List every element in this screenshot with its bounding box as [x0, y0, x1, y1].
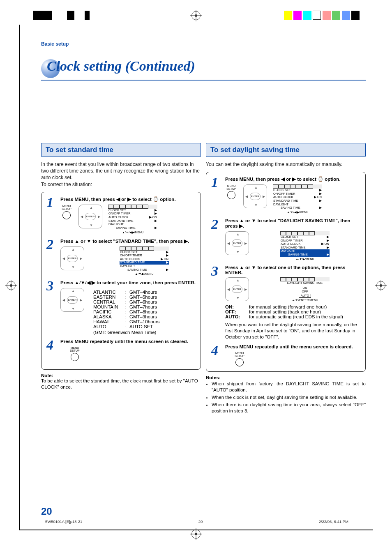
title-text: Clock setting (Continued): [47, 58, 195, 74]
remote-dpad-icon: ENTER ▲ ▼ ◀ ▶: [60, 246, 84, 270]
list-item: When shipped from factory, the DAYLIGHT …: [212, 381, 366, 393]
footer-date: 2/22/06, 6:41 PM: [319, 519, 348, 524]
footer-page: 20: [198, 519, 203, 524]
timezone-list: ATLANTIC:GMT–4hours EASTERN:GMT–5hours C…: [93, 290, 160, 335]
breadcrumb: Basic setup: [41, 41, 366, 47]
menu-button-icon: MENU SETUP: [60, 205, 73, 219]
remote-dpad-icon: ENTER ▲ ▼ ◀ ▶: [78, 205, 102, 228]
intro-standard-time: In the rare event that you live within b…: [41, 161, 201, 188]
step-4: 4 Press MENU repeatedly until the menu s…: [46, 339, 196, 361]
footer-file: 5W50101A [E]p18-21: [45, 519, 82, 524]
step-1: 1 Press MENU, then press ◀ or ▶ to selec…: [211, 176, 361, 214]
printer-marks-top: [0, 10, 392, 21]
step-2: 2 Press ▲ or ▼ to select "DAYLIGHT SAVIN…: [211, 218, 361, 261]
osd-menu-1: CLOCK SET▶ ON/OFF TIMER▶ AUTO CLOCK▶ ON …: [108, 205, 157, 234]
remote-dpad-icon: ENTER ▲ ▼ ◀ ▶: [60, 288, 84, 312]
steps-standard-time: 1 Press MENU, then press ◀ or ▶ to selec…: [41, 192, 201, 370]
print-footer: 5W50101A [E]p18-21 20 2/22/06, 6:41 PM: [45, 519, 348, 524]
remote-dpad-icon: ENTER ▲ ▼ ◀ ▶: [225, 231, 249, 255]
scan-page: Basic setup Clock setting (Continued) To…: [0, 0, 392, 555]
clock-icon: ⌚: [153, 197, 159, 202]
notes-list: When shipped from factory, the DAYLIGHT …: [206, 381, 366, 414]
menu-button-icon: MENU SETUP: [69, 346, 81, 361]
col-standard-time: To set standard time In the rare event t…: [41, 143, 201, 415]
list-item: When the clock is not set, daylight savi…: [212, 394, 366, 401]
printer-marks-bottom: [0, 530, 392, 539]
osd-menu-3r: DAYLIGHT SAVING TIME ON OFF AUTO ▲/▼/ENT…: [280, 277, 330, 302]
note-body: To be able to select the standard time, …: [41, 378, 201, 390]
heading-standard-time: To set standard time: [41, 143, 201, 157]
col-dst: To set daylight saving time You can set …: [206, 143, 366, 415]
step-3: 3 Press ▲ or ▼ to select one of the opti…: [211, 265, 361, 340]
osd-menu-2: CLOCK SET▶ ON/OFF TIMER▶ AUTO CLOCK▶ ON …: [120, 246, 169, 276]
step-2: 2 Press ▲ or ▼ to select "STANDARD TIME"…: [46, 238, 196, 276]
page-title: Clock setting (Continued): [41, 57, 366, 81]
remote-dpad-icon: ENTER ▲ ▼ ◀ ▶: [243, 184, 267, 208]
dst-options: ON:for manual setting (forward one hour)…: [225, 304, 361, 340]
registration-mark-left: [7, 281, 16, 290]
menu-button-icon: MENU SETUP: [233, 352, 246, 366]
osd-menu-1r: CLOCK SET▶ ON/OFF TIMER▶ AUTO CLOCK▶ ON …: [273, 184, 322, 214]
heading-dst: To set daylight saving time: [206, 143, 366, 157]
page-number: 20: [41, 506, 52, 517]
page-frame: Basic setup Clock setting (Continued) To…: [19, 25, 373, 530]
step-4: 4 Press MENU repeatedly until the menu s…: [211, 344, 361, 366]
menu-button-icon: MENU SETUP: [225, 184, 238, 199]
osd-menu-2r: CLOCK SET▶ ON/OFF TIMER▶ AUTO CLOCK▶ ON …: [280, 231, 330, 261]
steps-dst: 1 Press MENU, then press ◀ or ▶ to selec…: [206, 172, 366, 372]
intro-dst: You can set the daylight saving time aut…: [206, 161, 366, 168]
step-3: 3 Press ▲/▼/◀/▶ to select your time zone…: [46, 280, 196, 335]
notes-heading: Notes:: [206, 375, 366, 380]
list-item: When there is no daylight saving time in…: [212, 402, 366, 414]
remote-dpad-icon: ENTER ▲ ▼ ◀ ▶: [225, 277, 249, 301]
note-heading: Note:: [41, 373, 201, 378]
registration-mark-right: [376, 281, 385, 290]
step-1: 1 Press MENU, then press ◀ or ▶ to selec…: [46, 196, 196, 234]
clock-icon: ⌚: [318, 177, 323, 182]
